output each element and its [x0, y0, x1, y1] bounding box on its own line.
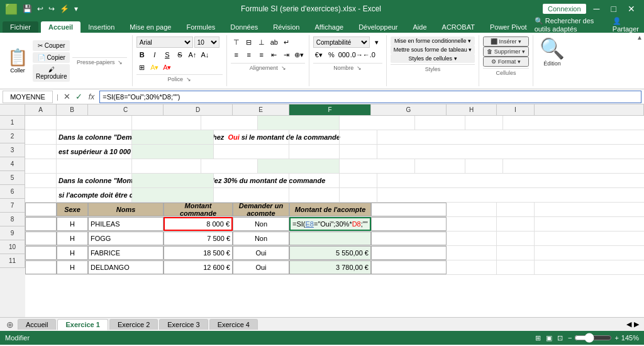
cell-g8[interactable] — [371, 217, 447, 231]
scroll-right-button[interactable]: ▶ — [634, 320, 639, 328]
border-button[interactable]: ⊞ — [136, 62, 148, 73]
search-tools-label[interactable]: 🔍 Rechercher des outils adaptés — [535, 17, 608, 33]
ribbon-collapse-button[interactable]: ▲ — [636, 34, 643, 41]
sheet-tab-exercice4[interactable]: Exercice 4 — [209, 319, 258, 330]
decrease-decimal-button[interactable]: ←.0 — [364, 49, 375, 60]
cell-h11[interactable] — [447, 260, 497, 274]
cell-e7-demander[interactable]: Demander un acompte — [233, 203, 289, 216]
row-header-5[interactable]: 5 — [0, 171, 25, 185]
cell-d9-montant[interactable]: 7 500 € — [164, 232, 233, 245]
cell-e6[interactable] — [132, 188, 214, 202]
cell-g3[interactable] — [289, 145, 340, 159]
tab-fichier[interactable]: Fichier — [3, 21, 38, 33]
sheet-tab-exercice2[interactable]: Exercice 2 — [109, 319, 158, 330]
font-family-select[interactable]: Arial — [136, 36, 193, 48]
text-orient-button[interactable]: ab — [269, 36, 280, 48]
cell-h7[interactable] — [447, 203, 497, 216]
col-header-e[interactable]: E — [233, 104, 289, 115]
italic-button[interactable]: I — [149, 49, 160, 60]
top-align-button[interactable]: ⊤ — [231, 36, 242, 48]
sheet-tab-exercice1[interactable]: Exercice 1 — [57, 319, 108, 330]
cell-e4[interactable] — [258, 159, 340, 173]
cell-f5[interactable] — [214, 174, 289, 187]
cell-b5[interactable]: Dans la colonne "Montant de l'acompte", … — [57, 174, 132, 187]
cell-h1[interactable] — [465, 116, 503, 130]
col-header-b[interactable]: B — [57, 104, 88, 115]
row-header-2[interactable]: 2 — [0, 130, 25, 143]
cell-c7-noms[interactable]: Noms — [88, 203, 164, 216]
name-box[interactable] — [3, 91, 53, 103]
cell-h8[interactable] — [447, 217, 497, 231]
bottom-align-button[interactable]: ⊥ — [256, 36, 267, 48]
paste-button[interactable]: 📋 Coller — [5, 47, 30, 75]
align-left-button[interactable]: ≡ — [231, 49, 242, 60]
zoom-in-button[interactable]: + — [614, 334, 618, 342]
cell-e9-demander[interactable]: Non — [233, 232, 289, 245]
wrap-text-button[interactable]: ↵ — [281, 36, 292, 48]
thousands-sep-button[interactable]: 000 — [338, 49, 350, 60]
cell-a3[interactable] — [25, 145, 57, 159]
cell-b8-sexe[interactable]: H — [57, 217, 88, 231]
cell-i8[interactable] — [497, 217, 535, 231]
connexion-button[interactable]: Connexion — [543, 4, 586, 14]
row-header-4[interactable]: 4 — [0, 157, 25, 171]
cell-a5[interactable] — [25, 174, 57, 187]
view-page-layout-button[interactable]: ▣ — [546, 334, 552, 342]
zoom-slider[interactable] — [574, 333, 612, 343]
undo-button[interactable]: ↩ — [36, 4, 45, 13]
increase-decimal-button[interactable]: .0→ — [351, 49, 362, 60]
view-normal-button[interactable]: ⊞ — [535, 334, 541, 342]
cell-f10-acompte[interactable]: 5 550,00 € — [289, 246, 371, 260]
row-header-11[interactable]: 11 — [0, 254, 25, 268]
cell-e3[interactable] — [132, 145, 214, 159]
cell-i11[interactable] — [497, 260, 535, 274]
cell-a11[interactable] — [25, 260, 57, 274]
col-header-i[interactable]: I — [497, 104, 535, 115]
cell-f7-acompte[interactable]: Montant de l'acompte — [289, 203, 371, 216]
row-header-9[interactable]: 9 — [0, 226, 25, 240]
cell-f8-formula[interactable]: =SI(E8="Oui";30%*D8;"" ) — [289, 217, 371, 231]
cell-e8-demander[interactable]: Non — [233, 217, 289, 231]
cell-f11-acompte[interactable]: 3 780,00 € — [289, 260, 371, 274]
insert-cells-button[interactable]: ⬛ Insérer ▾ — [483, 36, 529, 47]
middle-align-button[interactable]: ⊟ — [243, 36, 255, 48]
cell-i10[interactable] — [497, 246, 535, 260]
cell-h4[interactable] — [465, 159, 503, 173]
cell-b4[interactable] — [57, 159, 132, 173]
cell-c4[interactable] — [132, 159, 201, 173]
cut-button[interactable]: ✂ Couper — [33, 40, 70, 51]
cell-a9[interactable] — [25, 232, 57, 245]
currency-button[interactable]: €▾ — [313, 49, 325, 60]
row-header-3[interactable]: 3 — [0, 143, 25, 157]
cell-d7-montant[interactable]: Montant commande — [164, 203, 233, 216]
tab-donnees[interactable]: Données — [223, 21, 265, 33]
row-header-8[interactable]: 8 — [0, 213, 25, 226]
format-as-table-button[interactable]: Mettre sous forme de tableau ▾ — [391, 45, 475, 54]
sheet-tab-accueil[interactable]: Accueil — [18, 319, 56, 330]
cell-styles-button[interactable]: Styles de cellules ▾ — [391, 54, 475, 63]
font-color-button[interactable]: A▾ — [162, 62, 173, 73]
cell-e1[interactable] — [258, 116, 340, 130]
col-header-g[interactable]: G — [371, 104, 447, 115]
cell-e5[interactable] — [132, 174, 214, 187]
cell-g4[interactable] — [415, 159, 465, 173]
col-header-f[interactable]: F — [289, 104, 371, 115]
decrease-indent-button[interactable]: ⇤ — [269, 49, 280, 60]
tab-accueil[interactable]: Accueil — [41, 21, 80, 33]
bold-button[interactable]: B — [136, 49, 148, 60]
col-header-a[interactable]: A — [25, 104, 57, 115]
cell-d11-montant[interactable]: 12 600 € — [164, 260, 233, 274]
cell-b2[interactable]: Dans la colonne "Demander un acompte", a… — [57, 130, 132, 144]
qa-dropdown-button[interactable]: ▾ — [73, 4, 79, 13]
tab-mise-en-page[interactable]: Mise en page — [122, 21, 179, 33]
tab-formules[interactable]: Formules — [179, 21, 223, 33]
cell-e11-demander[interactable]: Oui — [233, 260, 289, 274]
cell-g9[interactable] — [371, 232, 447, 245]
tab-affichage[interactable]: Affichage — [307, 21, 351, 33]
underline-button[interactable]: S — [162, 49, 173, 60]
cell-c9-nom[interactable]: FOGG — [88, 232, 164, 245]
cell-e10-demander[interactable]: Oui — [233, 246, 289, 260]
cell-b10-sexe[interactable]: H — [57, 246, 88, 260]
maximize-button[interactable]: □ — [608, 3, 620, 15]
cancel-formula-button[interactable]: ✕ — [62, 92, 72, 101]
